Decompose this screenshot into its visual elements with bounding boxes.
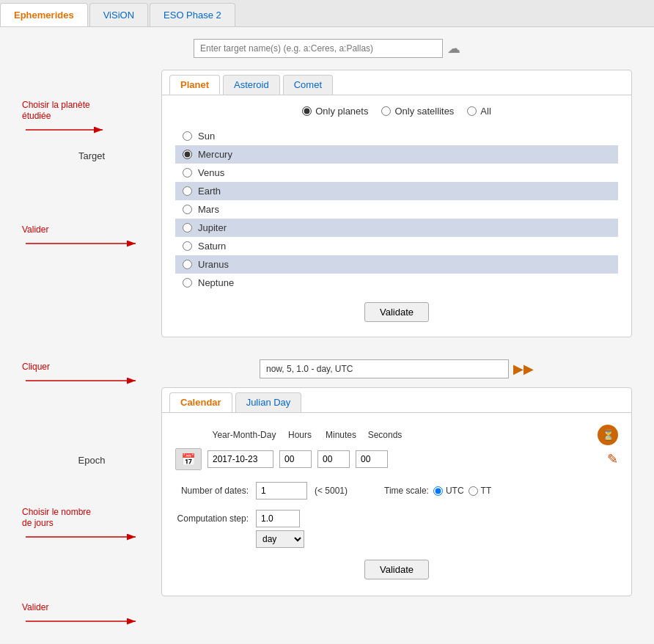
radio-mars[interactable] xyxy=(183,205,192,214)
main-content: ☁ Choisir la planèteétudiée xyxy=(0,27,654,643)
annotation-nombre-jours: Choisir le nombrede jours xyxy=(22,506,139,552)
arrow-choisir xyxy=(22,122,110,152)
epoch-validate-button[interactable]: Validate xyxy=(364,560,429,579)
hours-input[interactable] xyxy=(279,450,312,468)
filter-only-satellites[interactable]: Only satellites xyxy=(381,106,454,117)
planet-row-mercury[interactable]: Mercury xyxy=(175,145,618,164)
sub-tab-julian[interactable]: Julian Day xyxy=(235,392,302,412)
radio-tt-option[interactable]: TT xyxy=(469,486,492,496)
planet-row-venus[interactable]: Venus xyxy=(175,164,618,182)
calendar-panel: Calendar Julian Day Year-Month-Day Hours… xyxy=(161,387,632,596)
sub-tab-asteroid[interactable]: Asteroid xyxy=(223,75,280,95)
epoch-right: ▶▶ Calendar Julian Day Year-Month-Day xyxy=(161,359,632,596)
tab-eso-phase2[interactable]: ESO Phase 2 xyxy=(150,3,235,26)
radio-utc-option[interactable]: UTC xyxy=(433,486,464,496)
datetime-fields-row: 📅 ✎ xyxy=(175,448,618,470)
col-header-seconds: Seconds xyxy=(363,430,407,440)
timescale-label: Time scale: xyxy=(384,486,429,496)
num-dates-row: Number of dates: (< 5001) Time scale: UT… xyxy=(175,482,618,500)
arrow-nombre-jours xyxy=(22,530,139,552)
target-section: Choisir la planèteétudiée Valider xyxy=(22,70,632,337)
target-validate-button[interactable]: Validate xyxy=(364,302,429,322)
comp-step-inputs: second minute hour day month year xyxy=(256,510,304,548)
calendar-body: Year-Month-Day Hours Minutes Seconds ⏳ 📅 xyxy=(162,413,631,596)
search-row: ☁ xyxy=(22,39,632,58)
planet-row-mars[interactable]: Mars xyxy=(175,200,618,219)
calendar-sub-tabs: Calendar Julian Day xyxy=(162,388,631,413)
radio-earth[interactable] xyxy=(183,186,192,196)
radio-sun[interactable] xyxy=(183,131,192,141)
annotation-choisir-planete: Choisir la planèteétudiée xyxy=(22,99,110,152)
planet-row-jupiter[interactable]: Jupiter xyxy=(175,219,618,237)
radio-only-satellites[interactable] xyxy=(381,106,391,116)
planet-row-earth[interactable]: Earth xyxy=(175,182,618,200)
annotation-valider-epoch: Valider xyxy=(22,601,139,636)
arrow-cliquer xyxy=(22,373,139,395)
num-dates-label: Number of dates: xyxy=(175,485,249,497)
clock-icon[interactable]: ⏳ xyxy=(598,425,618,445)
arrow-valider-target xyxy=(22,236,139,258)
radio-mercury[interactable] xyxy=(183,150,192,159)
annotation-valider-target: Valider xyxy=(22,224,139,258)
col-header-ymd: Year-Month-Day xyxy=(207,430,281,440)
epoch-section: Cliquer Epoch Ch xyxy=(22,359,632,596)
epoch-label: Epoch xyxy=(78,455,106,466)
sub-tab-calendar[interactable]: Calendar xyxy=(169,392,232,412)
epoch-input-row: ▶▶ xyxy=(161,359,632,378)
minutes-input[interactable] xyxy=(317,450,350,468)
planet-panel: Planet Asteroid Comet Only planets Only … xyxy=(161,70,632,337)
epoch-validate-row: Validate xyxy=(175,560,618,579)
epoch-annotations: Cliquer Epoch Ch xyxy=(22,359,161,596)
top-tabs: Ephemerides ViSiON ESO Phase 2 xyxy=(0,0,654,27)
radio-uranus[interactable] xyxy=(183,260,192,269)
col-header-hours: Hours xyxy=(281,430,319,440)
date-input[interactable] xyxy=(207,450,273,468)
filter-only-planets[interactable]: Only planets xyxy=(302,106,368,117)
radio-jupiter[interactable] xyxy=(183,223,192,233)
planet-row-uranus[interactable]: Uranus xyxy=(175,255,618,274)
eraser-icon[interactable]: ✎ xyxy=(607,451,618,467)
col-header-minutes: Minutes xyxy=(319,430,363,440)
comp-step-label: Computation step: xyxy=(175,510,249,525)
planet-panel-body: Only planets Only satellites All xyxy=(162,95,631,337)
planet-filter-row: Only planets Only satellites All xyxy=(175,106,618,117)
radio-only-planets[interactable] xyxy=(302,106,312,116)
planet-list: Sun Mercury Venus xyxy=(175,127,618,292)
utc-label: UTC xyxy=(446,486,464,496)
radio-utc[interactable] xyxy=(433,486,443,496)
tab-ephemerides[interactable]: Ephemerides xyxy=(0,3,88,26)
sub-tab-planet[interactable]: Planet xyxy=(169,75,220,95)
calendar-small-icon[interactable]: 📅 xyxy=(175,448,202,470)
timescale-row: Time scale: UTC TT xyxy=(384,486,491,496)
step-value-input[interactable] xyxy=(256,510,300,527)
num-dates-hint: (< 5001) xyxy=(315,486,348,496)
radio-all[interactable] xyxy=(467,106,477,116)
planet-row-neptune[interactable]: Neptune xyxy=(175,274,618,292)
target-label: Target xyxy=(78,150,105,161)
num-dates-input[interactable] xyxy=(256,482,307,500)
tt-label: TT xyxy=(481,486,492,496)
epoch-input[interactable] xyxy=(260,359,509,378)
radio-saturn[interactable] xyxy=(183,241,192,251)
cloud-icon: ☁ xyxy=(447,40,460,56)
arrow-valider-epoch xyxy=(22,614,139,636)
comp-step-row: Computation step: second minute hour day… xyxy=(175,510,618,548)
radio-tt[interactable] xyxy=(469,486,478,496)
tab-vision[interactable]: ViSiON xyxy=(89,3,148,26)
filter-all[interactable]: All xyxy=(467,106,490,117)
annotation-cliquer: Cliquer xyxy=(22,361,139,395)
step-unit-select[interactable]: second minute hour day month year xyxy=(256,530,304,548)
radio-venus[interactable] xyxy=(183,168,192,178)
calendar-headers-row: Year-Month-Day Hours Minutes Seconds ⏳ xyxy=(175,425,618,445)
planet-row-saturn[interactable]: Saturn xyxy=(175,237,618,255)
target-annotations: Choisir la planèteétudiée Valider xyxy=(22,70,161,337)
radio-neptune[interactable] xyxy=(183,278,192,288)
target-validate-row: Validate xyxy=(175,302,618,322)
search-input[interactable] xyxy=(194,39,443,58)
sub-tab-comet[interactable]: Comet xyxy=(283,75,333,95)
seconds-input[interactable] xyxy=(356,450,388,468)
planet-sub-tabs: Planet Asteroid Comet xyxy=(162,70,631,95)
play-icon[interactable]: ▶▶ xyxy=(513,361,534,377)
planet-row-sun[interactable]: Sun xyxy=(175,127,618,145)
